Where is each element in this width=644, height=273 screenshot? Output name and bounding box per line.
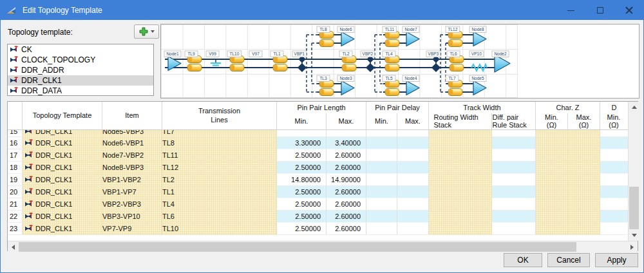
transmission-lines-cell[interactable]: TL4 xyxy=(162,198,277,211)
ppl-min-cell[interactable] xyxy=(277,130,327,137)
add-template-button[interactable] xyxy=(134,24,159,39)
template-list[interactable]: CK CLOCK_TOPOLOGY DDR_ADDR DDR_CLK1 xyxy=(7,44,154,96)
topology-template-cell[interactable]: DDR_CLK1 xyxy=(23,223,102,235)
vertical-scroll-thumb[interactable] xyxy=(629,187,639,229)
scroll-down-button[interactable] xyxy=(629,230,639,241)
ppl-min-cell[interactable]: 14.80000 xyxy=(277,174,327,186)
template-list-item[interactable]: CK xyxy=(8,44,153,55)
routing-width-stack-cell[interactable] xyxy=(429,130,492,137)
item-cell[interactable]: Node7-VBP2 xyxy=(102,149,162,162)
vertical-scroll-track[interactable] xyxy=(629,113,639,230)
ppd-min-cell[interactable] xyxy=(366,149,397,162)
routing-width-stack-cell[interactable] xyxy=(429,137,492,149)
charz-max-cell[interactable] xyxy=(568,137,600,149)
vertical-scrollbar[interactable] xyxy=(628,102,639,241)
item-cell[interactable]: Node6-VBP1 xyxy=(102,137,162,149)
ppd-max-cell[interactable] xyxy=(397,137,429,149)
horizontal-scrollbar[interactable] xyxy=(8,241,638,252)
template-list-item[interactable]: DDR_ADDR xyxy=(8,65,153,75)
ppl-min-cell[interactable]: 2.50000 xyxy=(277,211,327,223)
ppd-min-cell[interactable] xyxy=(366,137,397,149)
table-row[interactable]: 21 DDR_CLK1 VBP2-VBP3 TL4 2.50000 2.6000… xyxy=(8,198,628,211)
apply-button[interactable]: Apply xyxy=(595,253,638,267)
d-min-cell[interactable] xyxy=(600,223,628,235)
charz-min-cell[interactable] xyxy=(536,162,568,174)
topology-template-cell[interactable]: DDR_CLK1 xyxy=(23,130,102,137)
item-cell[interactable]: VBP1-VP7 xyxy=(102,186,162,198)
transmission-lines-cell[interactable]: TL1 xyxy=(162,186,277,198)
routing-width-stack-cell[interactable] xyxy=(429,211,492,223)
titlebar[interactable]: Edit Topology Template xyxy=(1,1,643,20)
routing-width-stack-cell[interactable] xyxy=(429,149,492,162)
topology-template-cell[interactable]: DDR_CLK1 xyxy=(23,162,102,174)
item-cell[interactable]: VBP3-VP10 xyxy=(102,211,162,223)
template-list-item[interactable]: DDR_DATA xyxy=(8,86,153,96)
charz-max-cell[interactable] xyxy=(568,162,600,174)
topology-template-cell[interactable]: DDR_CLK1 xyxy=(23,186,102,198)
horizontal-scroll-thumb[interactable] xyxy=(19,242,576,252)
topology-template-cell[interactable]: DDR_CLK1 xyxy=(23,149,102,162)
transmission-lines-cell[interactable]: TL8 xyxy=(162,137,277,149)
ppd-min-cell[interactable] xyxy=(366,186,397,198)
charz-min-cell[interactable] xyxy=(536,186,568,198)
transmission-lines-cell[interactable]: TL12 xyxy=(162,162,277,174)
diff-pair-rule-stack-cell[interactable] xyxy=(492,174,536,186)
table-row[interactable]: 17 DDR_CLK1 Node7-VBP2 TL11 2.50000 2.60… xyxy=(8,149,628,162)
ppd-max-cell[interactable] xyxy=(397,198,429,211)
diff-pair-rule-stack-cell[interactable] xyxy=(492,211,536,223)
d-min-cell[interactable] xyxy=(600,149,628,162)
ppl-min-cell[interactable]: 2.50000 xyxy=(277,186,327,198)
cancel-button[interactable]: Cancel xyxy=(547,253,590,267)
ppl-min-cell[interactable]: 3.30000 xyxy=(277,137,327,149)
charz-max-cell[interactable] xyxy=(568,149,600,162)
d-min-cell[interactable] xyxy=(600,162,628,174)
template-list-item[interactable]: CLOCK_TOPOLOGY xyxy=(8,55,153,65)
charz-max-cell[interactable] xyxy=(568,186,600,198)
charz-min-cell[interactable] xyxy=(536,223,568,235)
transmission-lines-cell[interactable]: TL10 xyxy=(162,223,277,235)
table-row[interactable]: 20 DDR_CLK1 VBP1-VP7 TL1 2.50000 2.60000 xyxy=(8,186,628,198)
routing-width-stack-cell[interactable] xyxy=(429,162,492,174)
ppl-min-cell[interactable]: 2.50000 xyxy=(277,149,327,162)
ppd-min-cell[interactable] xyxy=(366,198,397,211)
ppl-max-cell[interactable]: 14.90000 xyxy=(327,174,366,186)
charz-min-cell[interactable] xyxy=(536,198,568,211)
ppd-max-cell[interactable] xyxy=(397,130,429,137)
charz-max-cell[interactable] xyxy=(568,198,600,211)
table-row[interactable]: 15 DDR_CLK1 Node5-VBP3 TL7 xyxy=(8,130,628,137)
topology-diagram[interactable]: Node1TL9V99TL10V97TL1VBP1TL2VBP2TL4VBP3T… xyxy=(160,24,639,99)
ppd-min-cell[interactable] xyxy=(366,223,397,235)
charz-min-cell[interactable] xyxy=(536,137,568,149)
topology-template-cell[interactable]: DDR_CLK1 xyxy=(23,137,102,149)
ppl-min-cell[interactable]: 2.50000 xyxy=(277,223,327,235)
horizontal-scroll-track[interactable] xyxy=(19,241,627,252)
item-cell[interactable]: VBP2-VBP3 xyxy=(102,198,162,211)
diff-pair-rule-stack-cell[interactable] xyxy=(492,137,536,149)
routing-width-stack-cell[interactable] xyxy=(429,198,492,211)
charz-min-cell[interactable] xyxy=(536,174,568,186)
charz-max-cell[interactable] xyxy=(568,211,600,223)
topology-template-cell[interactable]: DDR_CLK1 xyxy=(23,174,102,186)
transmission-lines-cell[interactable]: TL2 xyxy=(162,174,277,186)
table-row[interactable]: 18 DDR_CLK1 Node8-VBP3 TL12 2.50000 2.60… xyxy=(8,162,628,174)
diff-pair-rule-stack-cell[interactable] xyxy=(492,162,536,174)
item-cell[interactable]: VBP1-VBP2 xyxy=(102,174,162,186)
transmission-lines-cell[interactable]: TL11 xyxy=(162,149,277,162)
item-cell[interactable]: VP7-VP9 xyxy=(102,223,162,235)
ppl-max-cell[interactable]: 2.60000 xyxy=(327,186,366,198)
charz-min-cell[interactable] xyxy=(536,211,568,223)
d-min-cell[interactable] xyxy=(600,198,628,211)
routing-width-stack-cell[interactable] xyxy=(429,223,492,235)
minimize-button[interactable] xyxy=(556,1,585,20)
ppl-max-cell[interactable]: 2.60000 xyxy=(327,162,366,174)
ppl-max-cell[interactable]: 2.60000 xyxy=(327,149,366,162)
item-cell[interactable]: Node8-VBP3 xyxy=(102,162,162,174)
ppd-min-cell[interactable] xyxy=(366,174,397,186)
ppd-max-cell[interactable] xyxy=(397,186,429,198)
charz-min-cell[interactable] xyxy=(536,130,568,137)
ppd-min-cell[interactable] xyxy=(366,162,397,174)
topology-template-cell[interactable]: DDR_CLK1 xyxy=(23,198,102,211)
ppl-min-cell[interactable]: 2.50000 xyxy=(277,198,327,211)
maximize-button[interactable] xyxy=(585,1,614,20)
transmission-lines-cell[interactable]: TL7 xyxy=(162,130,277,137)
